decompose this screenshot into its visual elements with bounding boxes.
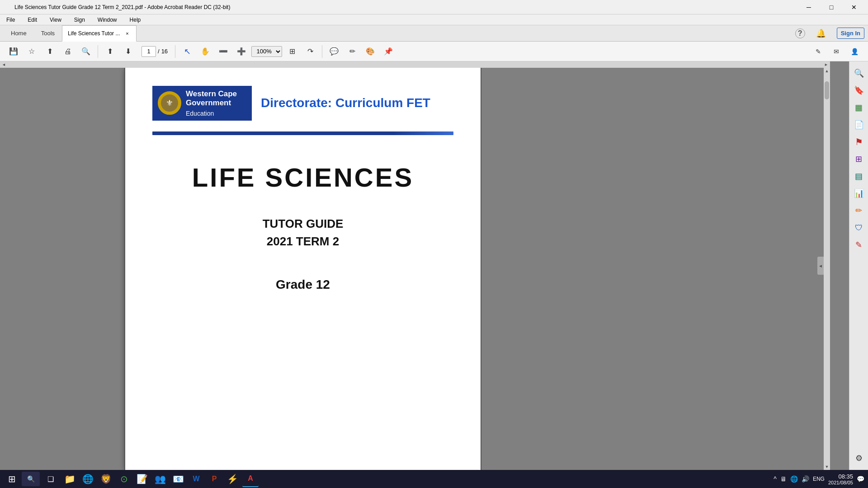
share-button[interactable]: ✉ — [828, 43, 844, 60]
next-page-button[interactable]: ⬇ — [120, 43, 136, 60]
sidebar-edit2-icon[interactable]: ✎ — [851, 237, 867, 253]
taskbar-acrobat[interactable]: A — [242, 471, 259, 487]
signin-button[interactable]: Sign In — [837, 28, 864, 39]
taskbar-outlook[interactable]: 📧 — [170, 471, 186, 487]
taskbar-teams[interactable]: 👥 — [152, 471, 168, 487]
bookmark-button[interactable]: ☆ — [24, 43, 40, 60]
account-button[interactable]: 👤 — [846, 43, 863, 60]
minimize-button[interactable]: ─ — [798, 0, 819, 14]
pan-tool-button[interactable]: ✋ — [197, 43, 213, 60]
pdf-left-margin — [0, 68, 124, 470]
comment-button[interactable]: 💬 — [326, 43, 342, 60]
zoom-out-button[interactable]: ➖ — [215, 43, 231, 60]
sidebar-document-icon[interactable]: 📄 — [851, 117, 867, 133]
tab-bar: Home Tools Life Sciences Tutor ... × ? 🔔… — [0, 25, 868, 42]
zoom-select[interactable]: 100% 75% 125% 150% 200% — [251, 46, 282, 57]
close-button[interactable]: ✕ — [844, 0, 864, 14]
notification-icon[interactable]: 💬 — [857, 475, 864, 483]
h-scrollbar[interactable]: ◄ ► — [0, 61, 830, 68]
clock-time: 08:35 — [828, 473, 853, 480]
pdf-right-margin — [481, 68, 849, 470]
print-button[interactable]: 🖨 — [60, 43, 76, 60]
highlight-button[interactable]: ✏ — [344, 43, 360, 60]
wcg-header: ⚜ Western Cape Government Education Dire… — [152, 86, 453, 121]
doc-subtitle-line2: 2021 TERM 2 — [263, 233, 344, 250]
sound-icon[interactable]: 🔊 — [802, 475, 809, 483]
right-sidebar: 🔍 🔖 ▦ 📄 ⚑ ⊞ ▤ 📊 ✏ 🛡 ✎ ⚙ — [849, 61, 868, 470]
stamp-button[interactable]: 📌 — [380, 43, 396, 60]
rotate-button[interactable]: ↷ — [302, 43, 318, 60]
taskbar-brave[interactable]: 🦁 — [98, 471, 114, 487]
menu-window[interactable]: Window — [95, 16, 120, 24]
scroll-up-arrow[interactable]: ▲ — [824, 68, 830, 74]
sidebar-layers-icon[interactable]: ▤ — [851, 168, 867, 184]
sidebar-shield-icon[interactable]: 🛡 — [851, 220, 867, 236]
sidebar-grid2-icon[interactable]: ⊞ — [851, 151, 867, 167]
tab-bar-right: ? 🔔 Sign In — [795, 27, 864, 40]
v-scrollbar[interactable]: ▲ ▼ — [824, 68, 830, 470]
menu-sign[interactable]: Sign — [71, 16, 88, 24]
menu-help[interactable]: Help — [127, 16, 144, 24]
bell-button[interactable]: 🔔 — [812, 27, 830, 40]
wcg-subtitle: Education — [186, 110, 237, 117]
select-tool-button[interactable]: ↖ — [179, 43, 195, 60]
toolbar-separator-1 — [98, 45, 98, 58]
scroll-down-arrow[interactable]: ▼ — [824, 464, 830, 470]
prev-page-button[interactable]: ⬆ — [102, 43, 118, 60]
sidebar-flag-icon[interactable]: ⚑ — [851, 134, 867, 150]
taskbar-app11[interactable]: ⚡ — [224, 471, 241, 487]
menu-bar: File Edit View Sign Window Help — [0, 14, 868, 25]
wcg-text-block: Western Cape Government Education — [186, 89, 237, 117]
doc-main-title: LIFE SCIENCES — [192, 162, 414, 192]
fit-page-button[interactable]: ⊞ — [284, 43, 300, 60]
directorate-text: Directorate: Curriculum FET — [261, 96, 430, 110]
tab-home[interactable]: Home — [4, 25, 34, 42]
taskbar: ⊞ 🔍 ❑ 📁 🌐 🦁 ⊙ 📝 👥 📧 W P ⚡ A ^ 🖥 🌐 🔊 ENG … — [0, 470, 868, 488]
sidebar-bookmark-icon[interactable]: 🔖 — [851, 82, 867, 99]
taskbar-search-button[interactable]: 🔍 — [22, 472, 40, 486]
taskbar-explorer[interactable]: 📁 — [61, 471, 78, 487]
tab-document[interactable]: Life Sciences Tutor ... × — [62, 25, 137, 42]
start-button[interactable]: ⊞ — [4, 471, 20, 487]
sidebar-search-icon[interactable]: 🔍 — [851, 65, 867, 81]
pdf-viewer[interactable]: ◄ ► ⚜ — [0, 61, 849, 470]
menu-edit[interactable]: Edit — [25, 16, 40, 24]
wcg-emblem: ⚜ — [158, 91, 181, 115]
taskbar-chrome[interactable]: ⊙ — [116, 471, 132, 487]
tab-close-button[interactable]: × — [123, 30, 131, 37]
clock-date: 2021/08/05 — [828, 480, 853, 485]
taskbar-powerpoint[interactable]: P — [206, 471, 222, 487]
taskbar-ie[interactable]: 🌐 — [80, 471, 96, 487]
edit-pdf-button[interactable]: ✎ — [810, 43, 826, 60]
sidebar-grid-icon[interactable]: ▦ — [851, 99, 867, 116]
help-button[interactable]: ? — [795, 28, 805, 38]
page-number-input[interactable]: 1 — [142, 46, 156, 57]
taskbar-clock[interactable]: 08:35 2021/08/05 — [828, 473, 853, 485]
scrollbar-thumb[interactable] — [825, 81, 829, 99]
toolbar-separator-2 — [175, 45, 175, 58]
window-title: Life Sciences Tutor Guide Grade 12 Term … — [4, 4, 798, 10]
sidebar-settings-icon[interactable]: ⚙ — [851, 450, 867, 466]
find-button[interactable]: 🔍 — [78, 43, 94, 60]
menu-view[interactable]: View — [47, 16, 64, 24]
taskbar-word[interactable]: W — [188, 471, 204, 487]
color-picker-button[interactable]: 🎨 — [362, 43, 378, 60]
maximize-button[interactable]: □ — [821, 0, 842, 14]
wcg-title-line1: Western Cape — [186, 89, 237, 99]
sidebar-chart-icon[interactable]: 📊 — [851, 185, 867, 202]
task-view-button[interactable]: ❑ — [42, 471, 60, 487]
show-hidden-icons[interactable]: ^ — [774, 475, 777, 483]
save-button[interactable]: 💾 — [5, 43, 22, 60]
zoom-in-button[interactable]: ➕ — [233, 43, 250, 60]
language-indicator[interactable]: ENG — [813, 476, 825, 482]
taskbar-sticky[interactable]: 📝 — [134, 471, 150, 487]
sidebar-pencil-icon[interactable]: ✏ — [851, 202, 867, 219]
collapse-panel-button[interactable]: ◄ — [817, 257, 824, 275]
network-icon[interactable]: 🌐 — [790, 475, 798, 483]
monitor-icon[interactable]: 🖥 — [780, 475, 787, 483]
blue-divider — [152, 131, 453, 135]
upload-button[interactable]: ⬆ — [42, 43, 58, 60]
toolbar-right-tools: ✎ ✉ 👤 — [810, 43, 863, 60]
menu-file[interactable]: File — [4, 16, 18, 24]
tab-tools[interactable]: Tools — [34, 25, 62, 42]
